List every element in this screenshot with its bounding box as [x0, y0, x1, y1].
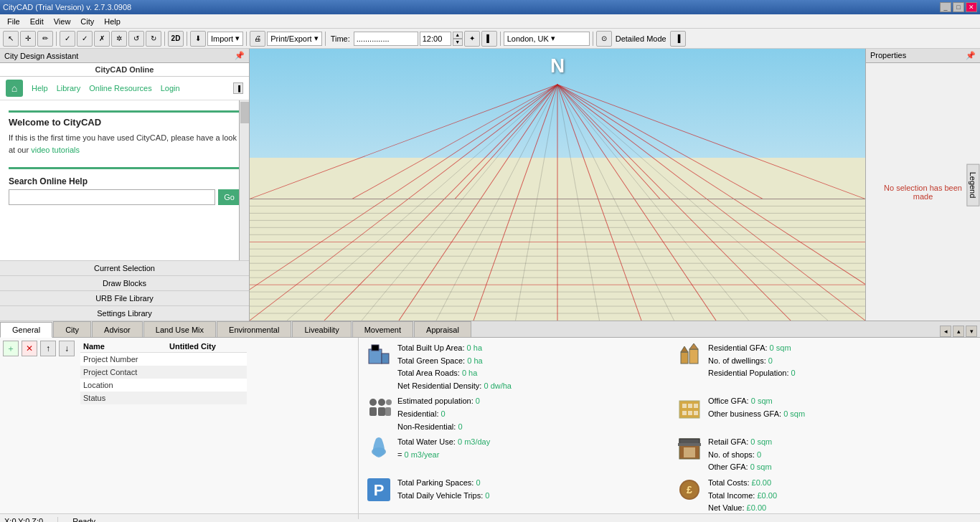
svg-point-51	[378, 399, 385, 406]
tab-up-arrow[interactable]: ▴	[953, 326, 964, 337]
stat-retail-icon	[677, 436, 702, 462]
menu-edit[interactable]: Edit	[26, 16, 48, 27]
stat-parking: P Total Parking Spaces: 0 Total Daily Ve…	[366, 477, 662, 515]
time-down[interactable]: ▼	[453, 39, 463, 46]
time-spinner[interactable]: ▲ ▼	[453, 32, 463, 46]
svg-line-11	[324, 85, 557, 321]
draw-blocks-btn[interactable]: Draw Blocks	[0, 276, 249, 291]
settings-library-btn[interactable]: Settings Library	[0, 306, 249, 321]
import-dropdown[interactable]: Import ▾	[207, 32, 243, 46]
row-project-number-label: Project Number	[83, 355, 169, 364]
remove-item-btn[interactable]: ✕	[22, 341, 37, 356]
nav-login[interactable]: Login	[161, 84, 180, 92]
tab-down-arrow[interactable]: ▾	[966, 326, 977, 337]
status-text: Ready	[72, 517, 95, 523]
panel-scrollbar[interactable]	[239, 100, 249, 260]
nav-resources[interactable]: Online Resources	[89, 84, 151, 92]
left-info: ＋ ✕ ↑ ↓ Name Untitled City Project Numbe…	[0, 338, 359, 519]
location-dropdown[interactable]: London, UK ▾	[504, 32, 590, 46]
properties-body: No selection has been made	[866, 63, 980, 321]
tool-d[interactable]: ✲	[111, 31, 127, 47]
stat-builtup-icon	[366, 342, 392, 368]
time-up[interactable]: ▲	[453, 32, 463, 39]
row-status-label: Status	[83, 394, 169, 402]
citycad-online-tab[interactable]: CityCAD Online	[0, 63, 249, 77]
tab-bar: General City Advisor Land Use Mix Enviro…	[0, 321, 980, 338]
print-icon[interactable]: 🖨	[250, 31, 265, 47]
tool-b[interactable]: ✓	[77, 31, 93, 47]
scroll-indicator[interactable]: ▐	[233, 82, 243, 94]
viewport[interactable]: N .grid-h { stroke: #cc2222; stroke-widt…	[250, 49, 865, 321]
sep4	[246, 32, 247, 46]
time-label: Time:	[329, 34, 352, 43]
menu-city[interactable]: City	[76, 16, 98, 27]
nav-library[interactable]: Library	[57, 84, 81, 92]
legend-tab[interactable]: Legend	[967, 163, 980, 206]
svg-rect-56	[679, 401, 699, 418]
menu-help[interactable]: Help	[100, 16, 125, 27]
move-tool[interactable]: ✛	[20, 31, 36, 47]
time-value[interactable]	[420, 32, 451, 46]
table-row: Project Number	[80, 353, 247, 366]
menu-file[interactable]: File	[3, 16, 24, 27]
mode-icon[interactable]: ⊙	[596, 31, 612, 47]
sun-icon[interactable]: ✦	[464, 31, 480, 47]
tab-appraisal[interactable]: Appraisal	[414, 321, 471, 337]
tab-arrows: ◂ ▴ ▾	[937, 326, 980, 337]
stat-water: Total Water Use: 0 m3/day = 0 m3/year	[366, 436, 662, 474]
close-btn[interactable]: ✕	[966, 2, 977, 12]
svg-rect-46	[681, 352, 688, 364]
tab-movement[interactable]: Movement	[352, 321, 413, 337]
tab-environmental[interactable]: Environmental	[217, 321, 291, 337]
svg-line-38	[455, 85, 557, 199]
scrollbar-thumb[interactable]	[240, 102, 249, 123]
tool-c[interactable]: ✗	[94, 31, 110, 47]
search-input[interactable]	[9, 189, 215, 205]
properties-pin[interactable]: 📌	[966, 51, 976, 60]
divider-top	[9, 110, 240, 113]
tool-f[interactable]: ↻	[146, 31, 161, 47]
nav-help[interactable]: Help	[32, 84, 48, 92]
move-down-btn[interactable]: ↓	[59, 341, 75, 356]
tab-city[interactable]: City	[53, 321, 91, 337]
table-row: Project Contact	[80, 366, 247, 379]
tab-land-use-mix[interactable]: Land Use Mix	[143, 321, 216, 337]
urb-library-btn[interactable]: URB File Library	[0, 291, 249, 306]
select-tool[interactable]: ↖	[3, 31, 19, 47]
minimize-btn[interactable]: _	[940, 2, 951, 12]
svg-line-35	[557, 85, 828, 321]
mode-toggle[interactable]: ▐	[670, 31, 686, 47]
chart-icon[interactable]: ▌	[481, 31, 497, 47]
maximize-btn[interactable]: □	[953, 2, 964, 12]
menu-view[interactable]: View	[50, 16, 75, 27]
tool-e[interactable]: ↺	[128, 31, 144, 47]
pin-icon[interactable]: 📌	[235, 51, 245, 60]
draw-tool[interactable]: ✏	[37, 31, 53, 47]
svg-marker-48	[681, 346, 688, 352]
title-bar-controls[interactable]: _ □ ✕	[940, 2, 977, 12]
print-dropdown[interactable]: Print/Export ▾	[267, 32, 321, 46]
home-icon[interactable]: ⌂	[6, 80, 23, 97]
time-input[interactable]	[354, 32, 418, 46]
left-panel-nav: ⌂ Help Library Online Resources Login ▐	[0, 77, 249, 100]
project-table: Name Untitled City Project Number Projec…	[77, 338, 250, 519]
tool-a[interactable]: ✓	[60, 31, 75, 47]
stat-builtup: Total Built Up Area: 0 ha Total Green Sp…	[366, 342, 662, 392]
add-item-btn[interactable]: ＋	[3, 341, 19, 356]
svg-line-12	[399, 85, 557, 321]
video-tutorials-link[interactable]: video tutorials	[31, 146, 80, 154]
svg-text:£: £	[687, 484, 692, 495]
tab-advisor[interactable]: Advisor	[92, 321, 143, 337]
tab-general[interactable]: General	[0, 322, 52, 338]
table-row: Location	[80, 379, 247, 392]
tab-liveability[interactable]: Liveability	[292, 321, 351, 337]
2d-btn[interactable]: 2D	[168, 31, 184, 47]
grid-overlay: .grid-h { stroke: #cc2222; stroke-width:…	[250, 49, 865, 321]
tab-left-arrow[interactable]: ◂	[940, 326, 951, 337]
move-up-btn[interactable]: ↑	[40, 341, 56, 356]
search-go-btn[interactable]: Go	[218, 189, 240, 205]
import-icon[interactable]: ⬇	[190, 31, 206, 47]
location-arrow: ▾	[551, 34, 555, 43]
current-selection-btn[interactable]: Current Selection	[0, 261, 249, 276]
print-arrow: ▾	[314, 34, 319, 43]
